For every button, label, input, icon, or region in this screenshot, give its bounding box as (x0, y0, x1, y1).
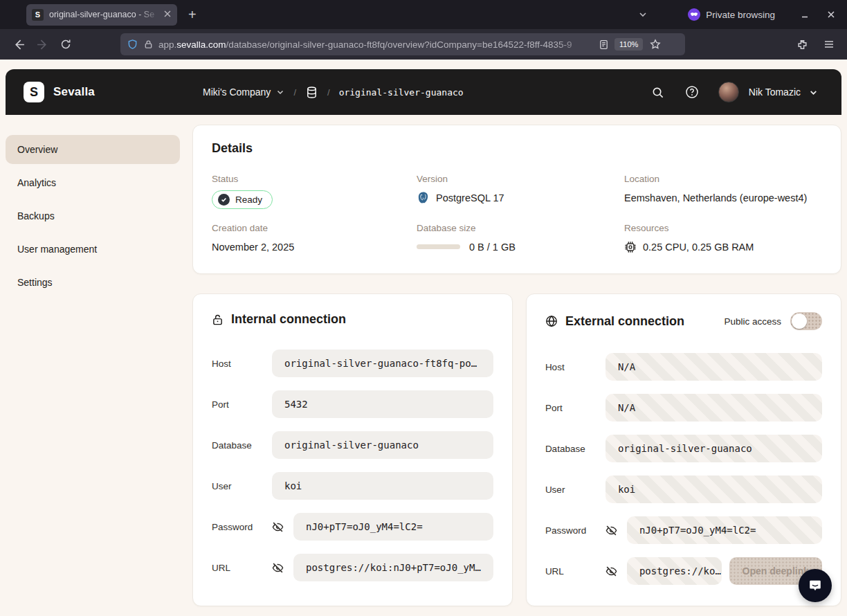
url-label: URL (545, 566, 605, 577)
sidebar-item-analytics[interactable]: Analytics (6, 168, 180, 197)
chat-bubble-button[interactable] (799, 569, 832, 602)
internal-password-value[interactable]: nJ0+pT7=oJ0_yM4=lC2= (293, 513, 493, 541)
database-label: Database (212, 440, 272, 451)
external-user-value[interactable]: koi (605, 475, 822, 503)
external-password-value[interactable]: nJ0+pT7=oJ0_yM4=lC2= (627, 516, 822, 544)
company-name: Miki's Company (203, 87, 271, 98)
reader-mode-icon[interactable] (599, 39, 609, 50)
internal-user-value[interactable]: koi (272, 472, 493, 500)
sidebar-item-settings[interactable]: Settings (6, 268, 180, 297)
database-size-label: Database size (417, 223, 624, 233)
internal-user-row: User koi (212, 472, 493, 500)
external-database-value[interactable]: original-silver-guanaco (605, 435, 822, 462)
creation-date-label: Creation date (212, 223, 417, 233)
version-label: Version (417, 174, 624, 184)
password-label: Password (212, 522, 272, 532)
internal-database-value[interactable]: original-silver-guanaco (272, 431, 493, 459)
internal-connection-card: Internal connection Host original-silver… (192, 293, 513, 606)
public-access-toggle[interactable] (790, 312, 822, 330)
resources-value: 0.25 CPU, 0.25 GB RAM (643, 242, 754, 253)
list-all-tabs-chevron-icon[interactable] (638, 10, 648, 19)
url-label: URL (212, 563, 272, 573)
reload-button[interactable] (54, 39, 78, 50)
breadcrumb: Miki's Company / / original-silver-guana… (203, 69, 464, 115)
tracking-protection-shield-icon[interactable] (127, 39, 138, 50)
internal-port-row: Port 5432 (212, 390, 493, 418)
creation-date-value: November 2, 2025 (212, 239, 417, 254)
status-label: Status (212, 174, 417, 184)
external-connection-card: External connection Public access Host N… (526, 293, 841, 606)
internal-connection-title: Internal connection (231, 312, 346, 327)
help-icon[interactable] (685, 85, 699, 99)
internal-port-value[interactable]: 5432 (272, 390, 493, 418)
postgresql-icon (417, 191, 430, 204)
breadcrumb-separator: / (293, 87, 296, 98)
forward-button[interactable] (30, 39, 54, 51)
internal-url-value[interactable]: postgres://koi:nJ0+pT7=oJ0_yM… (293, 554, 493, 581)
database-icon (305, 86, 318, 99)
user-menu-chevron-icon[interactable] (809, 88, 818, 97)
eye-slash-icon[interactable] (272, 562, 284, 574)
database-size-progress-bar (417, 244, 460, 249)
browser-toolbar: app.sevalla.com/database/original-silver… (0, 29, 847, 60)
internal-database-row: Database original-silver-guanaco (212, 431, 493, 459)
search-icon[interactable] (651, 86, 664, 99)
user-name: Nik Tomazic (749, 87, 801, 98)
eye-slash-icon[interactable] (605, 565, 617, 577)
external-connection-title: External connection (565, 314, 684, 329)
avatar[interactable] (718, 82, 739, 102)
sidebar-item-backups[interactable]: Backups (6, 201, 180, 230)
minimize-window-button[interactable] (794, 10, 815, 19)
details-title: Details (212, 141, 822, 156)
status-badge: Ready (212, 190, 273, 209)
sevalla-logo[interactable]: S Sevalla (24, 82, 95, 102)
back-button[interactable] (7, 39, 30, 51)
database-label: Database (545, 444, 605, 454)
chat-icon (808, 578, 823, 593)
internal-url-row: URL postgres://koi:nJ0+pT7=oJ0_yM… (212, 554, 493, 581)
internal-host-row: Host original-silver-guanaco-ft8fq-po… (212, 350, 493, 377)
status-value: Ready (235, 194, 262, 205)
external-port-row: Port N/A (545, 394, 822, 422)
password-label: Password (545, 525, 605, 536)
database-size-value: 0 B / 1 GB (469, 242, 516, 253)
company-switcher[interactable]: Miki's Company (203, 87, 284, 98)
private-mask-icon (688, 8, 700, 21)
tab-close-icon[interactable] (163, 9, 172, 20)
page: S Sevalla Miki's Company / / original-si… (0, 60, 847, 616)
external-password-row: Password nJ0+pT7=oJ0_yM4=lC2= (545, 516, 822, 544)
browser-tab[interactable]: S original-silver-guanaco - Se (26, 4, 177, 26)
user-label: User (212, 481, 272, 491)
external-host-value[interactable]: N/A (605, 353, 822, 381)
port-label: Port (212, 399, 272, 410)
sidebar-item-user-management[interactable]: User management (6, 235, 180, 264)
private-browsing-label: Private browsing (706, 10, 775, 20)
zoom-level-indicator[interactable]: 110% (614, 38, 643, 51)
browser-tab-bar: S original-silver-guanaco - Se + Private… (0, 0, 847, 29)
port-label: Port (545, 403, 605, 413)
menu-button[interactable] (823, 39, 835, 50)
new-tab-button[interactable]: + (188, 7, 197, 23)
brand-name: Sevalla (53, 85, 95, 99)
external-port-value[interactable]: N/A (605, 394, 822, 422)
sidebar-item-overview[interactable]: Overview (6, 135, 180, 164)
lock-icon[interactable] (144, 39, 153, 49)
resources-label: Resources (624, 223, 822, 233)
internal-password-row: Password nJ0+pT7=oJ0_yM4=lC2= (212, 513, 493, 541)
database-name-breadcrumb: original-silver-guanaco (339, 87, 464, 98)
extensions-icon[interactable] (796, 39, 808, 51)
location-label: Location (624, 174, 822, 184)
bookmark-star-icon[interactable] (650, 39, 661, 50)
url-bar[interactable]: app.sevalla.com/database/original-silver… (120, 33, 685, 55)
external-url-value[interactable]: postgres://ko… (627, 557, 722, 585)
close-window-button[interactable] (821, 10, 841, 19)
user-label: User (545, 484, 605, 495)
eye-slash-icon[interactable] (605, 525, 617, 536)
globe-icon (545, 315, 558, 327)
host-label: Host (212, 359, 272, 369)
details-card: Details Status Ready (192, 125, 841, 274)
internal-host-value[interactable]: original-silver-guanaco-ft8fq-po… (272, 350, 493, 377)
eye-slash-icon[interactable] (272, 521, 284, 533)
chevron-down-icon (276, 88, 284, 96)
sidebar: Overview Analytics Backups User manageme… (6, 115, 180, 616)
